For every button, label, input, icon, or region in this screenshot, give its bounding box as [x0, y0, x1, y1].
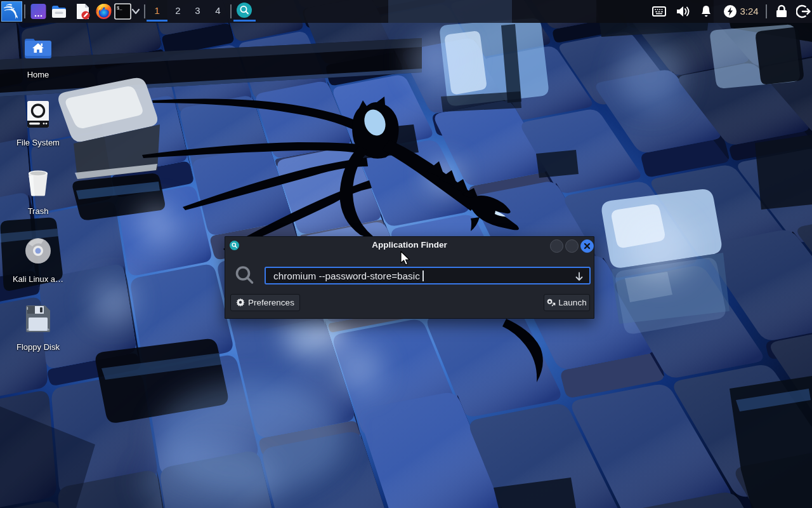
svg-text:$_: $_	[117, 6, 122, 11]
